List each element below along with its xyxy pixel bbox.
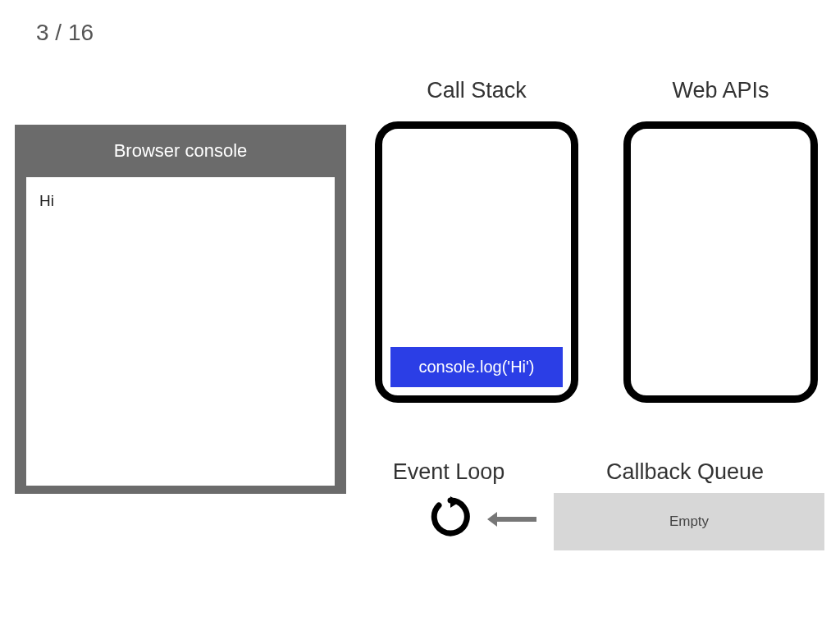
- browser-console-title: Browser console: [15, 125, 346, 177]
- console-line: Hi: [39, 192, 322, 210]
- slide-counter: 3 / 16: [36, 20, 94, 46]
- browser-console: Browser console Hi: [15, 125, 346, 494]
- callback-queue-heading: Callback Queue: [574, 459, 796, 485]
- web-apis-box: [623, 121, 818, 403]
- callback-queue-status: Empty: [669, 514, 709, 530]
- arrow-left-icon: [495, 517, 536, 522]
- stack-frame: console.log('Hi'): [390, 347, 563, 387]
- browser-console-body: Hi: [26, 177, 335, 486]
- call-stack-box: console.log('Hi'): [375, 121, 578, 403]
- call-stack-heading: Call Stack: [375, 78, 578, 103]
- web-apis-heading: Web APIs: [623, 78, 818, 103]
- event-loop-heading: Event Loop: [383, 459, 514, 485]
- loop-icon: [430, 496, 471, 537]
- callback-queue-box: Empty: [554, 493, 824, 550]
